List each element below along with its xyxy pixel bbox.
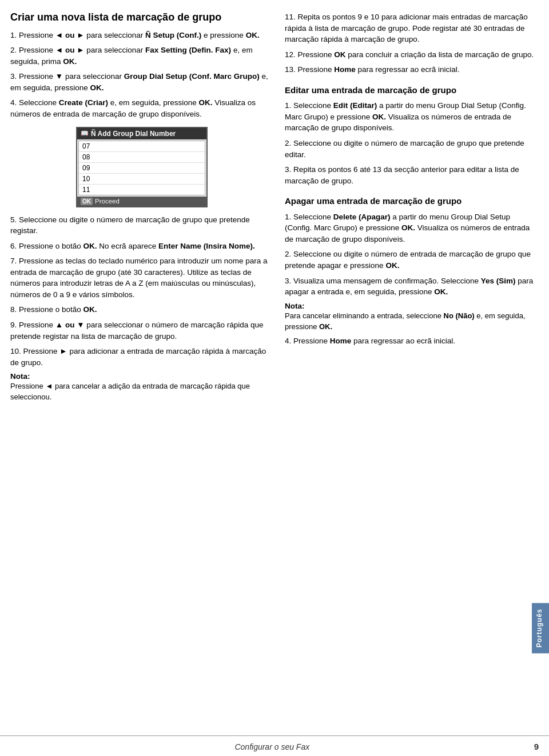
step-10: 10. Pressione ► para adicionar a entrada… [10,346,273,368]
step-5: 5. Seleccione ou digite o número de marc… [10,214,273,237]
nota-left: Nota: Pressione ◄ para cancelar a adição… [10,372,273,403]
screen-footer-text: Proceed [95,198,120,205]
screen-mockup: 📖 Ñ Add Group Dial Number 07 08 09 10 11… [76,127,208,207]
step-11: 11. Repita os pontos 9 e 10 para adicion… [285,11,539,45]
section3-step4: 4. Pressione Home para regressar ao ecrã… [285,335,539,347]
step-2: 2. Pressione ◄ ou ► para seleccionar Fax… [10,45,273,67]
ok-badge: OK [81,198,93,205]
left-title: Criar uma nova lista de marcação de grup… [10,11,273,24]
footer-bar: Configurar o seu Fax 9 [0,735,549,756]
section2-title: Editar uma entrada de marcação de grupo [285,85,539,96]
right-column: 11. Repita os pontos 9 e 10 para adicion… [285,11,539,730]
section2-steps: 1. Seleccione Edit (Editar) a partir do … [285,100,539,186]
screen-title: Ñ Add Group Dial Number [91,130,176,138]
s3-step-4: 4. Pressione Home para regressar ao ecrã… [285,335,539,347]
s2-step-2: 2. Seleccione ou digite o número de marc… [285,138,539,160]
s2-step-1: 1. Seleccione Edit (Editar) a partir do … [285,100,539,134]
s3-step-3: 3. Visualiza uma mensagem de confirmação… [285,275,539,298]
s3-step-2: 2. Seleccione ou digite o número de entr… [285,249,539,271]
language-tab: Português [532,603,549,653]
step-13: 13. Pressione Home para regressar ao ecr… [285,64,539,75]
section3-title: Apagar uma entrada de marcação de grupo [285,195,539,207]
nota-left-text: Pressione ◄ para cancelar a adição da en… [10,381,273,403]
step-3: 3. Pressione ▼ para seleccionar Group Di… [10,71,273,93]
right-steps-top: 11. Repita os pontos 9 e 10 para adicion… [285,11,539,75]
s2-step-3: 3. Repita os pontos 6 até 13 da secção a… [285,164,539,186]
section3-steps: 1. Seleccione Delete (Apagar) a partir d… [285,211,539,298]
step-4: 4. Seleccione Create (Criar) e, em segui… [10,97,273,119]
left-column: Criar uma nova lista de marcação de grup… [10,11,273,730]
step-12: 12. Pressione OK para concluir a criação… [285,49,539,61]
screen-row-11: 11 [79,185,205,195]
screen-row-10: 10 [79,174,205,185]
page-container: Criar uma nova lista de marcação de grup… [0,0,549,756]
step-9: 9. Pressione ▲ ou ▼ para seleccionar o n… [10,319,273,342]
screen-footer: OK Proceed [77,197,206,206]
left-steps: 1. Pressione ◄ ou ► para seleccionar Ñ S… [10,30,273,120]
screen-row-08: 08 [79,152,205,163]
screen-row-07: 07 [79,141,205,152]
nota-right-title: Nota: [285,302,305,310]
nota-right-text: Para cancelar eliminando a entrada, sele… [285,311,539,333]
screen-rows: 07 08 09 10 11 [78,141,205,195]
footer-center: Configurar o seu Fax [234,742,309,751]
left-steps-2: 5. Seleccione ou digite o número de marc… [10,214,273,369]
step-1: 1. Pressione ◄ ou ► para seleccionar Ñ S… [10,30,273,41]
step-6: 6. Pressione o botão OK. No ecrã aparece… [10,241,273,252]
screen-row-09: 09 [79,163,205,174]
main-content: Criar uma nova lista de marcação de grup… [0,0,549,730]
step-8: 8. Pressione o botão OK. [10,304,273,315]
screen-title-bar: 📖 Ñ Add Group Dial Number [77,128,206,139]
nota-right: Nota: Para cancelar eliminando a entrada… [285,302,539,333]
step-7: 7. Pressione as teclas do teclado numéri… [10,255,273,300]
nota-left-title: Nota: [10,372,30,381]
footer-page: 9 [534,742,539,751]
s3-step-1: 1. Seleccione Delete (Apagar) a partir d… [285,211,539,245]
book-icon: 📖 [81,130,89,137]
